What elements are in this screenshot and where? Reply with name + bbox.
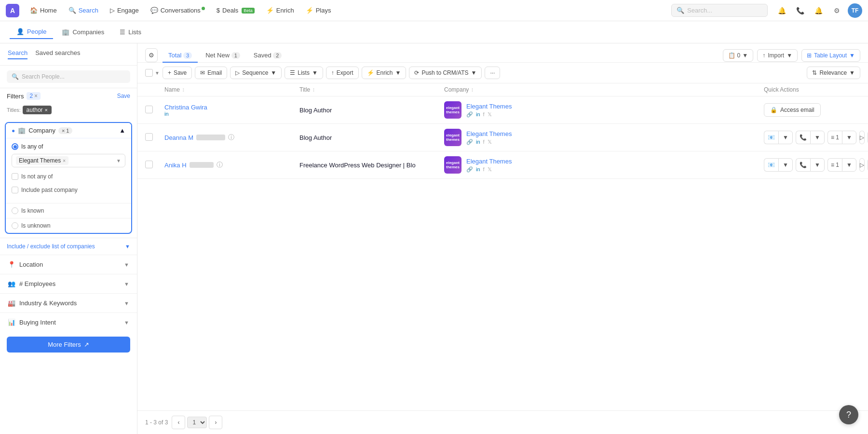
sidebar-tab-saved[interactable]: Saved searches [35,49,80,59]
industry-chevron[interactable]: ▼ [124,300,129,306]
row1-name[interactable]: Christina Gwira [164,104,299,111]
row2-linkedin-icon[interactable]: in [476,139,480,145]
next-page-btn[interactable]: › [209,416,222,429]
row2-checkbox[interactable] [145,133,164,142]
nav-item-enrich[interactable]: ⚡ Enrich [261,4,299,16]
settings-icon[interactable]: ⚙ [829,3,844,18]
title-tag-remove[interactable]: × [45,107,48,113]
location-filter-row[interactable]: 📍 Location ▼ [0,255,137,274]
prev-page-btn[interactable]: ‹ [172,416,185,429]
save-filters-btn[interactable]: Save [117,93,130,99]
row2-email-action[interactable]: 📧 [764,131,778,144]
is-any-of-radio[interactable] [12,143,18,150]
import-button[interactable]: ↑ Import ▼ [757,49,798,62]
access-email-btn-row1[interactable]: 🔒 Access email [764,103,821,117]
row3-facebook-icon[interactable]: f [483,166,485,173]
layout-chevron[interactable]: ▼ [849,52,855,59]
nav-item-engage[interactable]: ▷ Engage [105,4,144,16]
bell-icon[interactable]: 🔔 [811,3,826,18]
tab-saved[interactable]: Saved 2 [248,49,288,63]
buying-intent-filter-row[interactable]: 📊 Buying Intent ▼ [0,312,137,332]
row3-call-dropdown[interactable]: ▼ [810,158,825,172]
search-people-input[interactable]: 🔍 Search People... [7,70,130,83]
row2-call-action[interactable]: 📞 [796,131,810,144]
th-name-sort[interactable]: ↕ [182,86,185,93]
row2-link-icon[interactable]: 🔗 [466,139,473,145]
select-all-checkbox[interactable] [145,69,153,77]
push-crm-btn[interactable]: ⟳ Push to CRM/ATS ▼ [409,67,482,79]
app-logo[interactable]: A [6,4,19,17]
nav-item-home[interactable]: 🏠 Home [25,4,62,16]
tab-net-new[interactable]: Net New 1 [200,49,246,63]
avatar[interactable]: TF [848,3,862,18]
tag-input-dropdown[interactable]: ▼ [116,158,121,163]
row3-company-name[interactable]: Elegant Themes [466,158,512,165]
elegant-themes-remove[interactable]: × [63,158,66,163]
row1-linkedin-icon[interactable]: in [476,111,480,118]
th-company-sort[interactable]: ↕ [471,86,474,93]
help-button[interactable]: ? [839,405,858,424]
nav-item-deals[interactable]: $ Deals Beta [212,4,259,16]
lists-chevron[interactable]: ▼ [312,69,318,76]
table-layout-button[interactable]: ⊞ Table Layout ▼ [801,49,860,62]
nav-item-plays[interactable]: ⚡ Plays [301,4,336,16]
enrich-btn[interactable]: ⚡ Enrich ▼ [362,67,407,79]
row3-linkedin-icon[interactable]: in [476,166,480,173]
more-actions-btn[interactable]: ··· [485,67,500,79]
lists-btn[interactable]: ☰ Lists ▼ [285,67,323,79]
company-tag-input[interactable]: Elegant Themes × ▼ [12,154,125,167]
include-exclude-chevron[interactable]: ▼ [125,244,130,249]
sub-nav-people[interactable]: 👤 People [10,25,53,39]
is-unknown-row[interactable]: Is unknown [6,218,131,233]
tab-total[interactable]: Total 3 [163,49,198,63]
nav-item-search[interactable]: 🔍 Search [64,4,103,16]
global-search[interactable]: 🔍 Search... [671,4,768,17]
more-filters-button[interactable]: More Filters ↗ [7,337,130,353]
is-not-any-checkbox[interactable] [12,173,18,180]
import-chevron[interactable]: ▼ [787,52,792,59]
row1-facebook-icon[interactable]: f [483,111,485,118]
company-count-x[interactable]: × [62,128,65,134]
save-btn[interactable]: + Save [163,67,192,79]
row3-call-action[interactable]: 📞 [796,158,810,172]
row2-twitter-icon[interactable]: 𝕏 [488,139,492,145]
sub-nav-companies[interactable]: 🏢 Companies [55,26,111,39]
sub-nav-lists[interactable]: ☰ Lists [113,26,148,39]
employees-chevron[interactable]: ▼ [124,281,129,287]
row3-sequence-dropdown[interactable]: ▼ [842,158,856,172]
is-known-radio[interactable] [12,207,18,214]
location-chevron[interactable]: ▼ [124,262,129,268]
row2-facebook-icon[interactable]: f [483,139,485,145]
employees-filter-row[interactable]: 👥 # Employees ▼ [0,274,137,293]
email-btn[interactable]: ✉ Email [195,67,227,79]
row3-twitter-icon[interactable]: 𝕏 [488,166,492,173]
row3-sequence-action[interactable]: ≡ 1 [827,158,842,172]
counter-chevron[interactable]: ▼ [742,52,748,59]
sidebar-tab-search[interactable]: Search [8,49,27,59]
is-not-any-of-option[interactable]: Is not any of [12,171,125,182]
row3-info-icon[interactable]: ⓘ [217,161,223,169]
export-btn[interactable]: ↑ Export [326,67,359,79]
enrich-chevron[interactable]: ▼ [395,69,401,76]
th-company[interactable]: Company ↕ [444,86,764,93]
buying-intent-chevron[interactable]: ▼ [124,320,129,326]
page-select[interactable]: 1 [187,417,207,428]
row2-email-dropdown[interactable]: ▼ [778,131,793,144]
include-exclude-link[interactable]: Include / exclude list of companies [7,243,95,250]
is-unknown-radio[interactable] [12,222,18,229]
th-name[interactable]: Name ↕ [164,86,299,93]
company-filter-chevron-up[interactable]: ▲ [119,127,125,134]
is-known-row[interactable]: Is known [6,203,131,218]
row3-send-action[interactable]: ▷ [859,158,865,172]
include-past-checkbox[interactable] [12,187,18,193]
is-any-of-option[interactable]: Is any of [12,143,125,150]
relevance-chevron[interactable]: ▼ [849,69,855,76]
th-title[interactable]: Title ↕ [299,86,444,93]
phone-icon[interactable]: 📞 [793,3,807,18]
row1-twitter-icon[interactable]: 𝕏 [488,111,492,118]
filter-toggle-btn[interactable]: ⚙ [145,48,158,62]
row1-company-name[interactable]: Elegant Themes [466,103,512,110]
company-filter-header[interactable]: ● 🏢 Company × 1 ▲ [6,123,131,138]
row1-checkbox[interactable] [145,106,164,115]
selection-counter[interactable]: 📋 0 ▼ [723,49,754,62]
